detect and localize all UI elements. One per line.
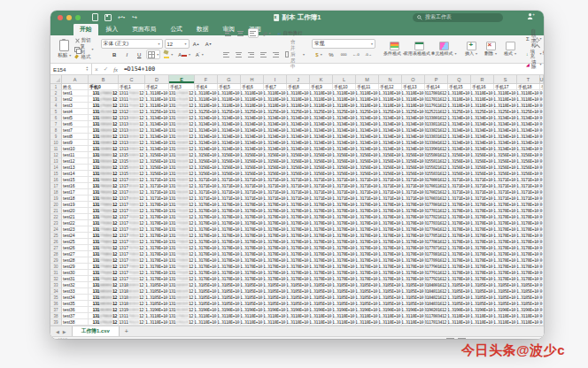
- cell[interactable]: 1.3178E+10: [540, 214, 544, 220]
- cell[interactable]: 1.3171E+10: [218, 189, 241, 196]
- cell[interactable]: 1.3171E+10: [379, 196, 402, 202]
- cell[interactable]: 13177821612: [425, 214, 448, 220]
- cell[interactable]: 1.3118E+10: [356, 90, 379, 96]
- column-header-J[interactable]: J: [287, 75, 310, 83]
- cell[interactable]: 1.3178E+10: [471, 226, 494, 233]
- cell[interactable]: 1.3134E+10: [241, 134, 264, 140]
- cell[interactable]: 1.3156E+10: [356, 171, 379, 177]
- cell[interactable]: 1.3171E+10: [540, 189, 544, 196]
- cell[interactable]: test28: [62, 257, 89, 264]
- cell[interactable]: test17: [62, 189, 89, 196]
- cell[interactable]: 13155830312: [119, 171, 145, 177]
- cell[interactable]: 13155800312: [119, 152, 145, 158]
- cell[interactable]: 13177920512: [169, 276, 195, 282]
- cell[interactable]: 13117801612: [425, 90, 448, 96]
- cell[interactable]: 1.3178E+10: [402, 202, 425, 208]
- cell[interactable]: 手机10: [333, 84, 356, 90]
- cell[interactable]: 1.3178E+10: [402, 214, 425, 220]
- cell[interactable]: 13177850512: [169, 233, 195, 239]
- cell[interactable]: 1.3134E+10: [448, 115, 471, 121]
- cell[interactable]: 13155810512: [169, 158, 195, 165]
- cell[interactable]: 13184820212: [89, 295, 119, 301]
- cell[interactable]: 1.3156E+10: [471, 152, 494, 158]
- cell[interactable]: 13177860512: [169, 239, 195, 245]
- cell[interactable]: 1.3190E+10: [287, 307, 310, 313]
- cell[interactable]: 1.3178E+10: [448, 208, 471, 214]
- cell[interactable]: 1.3134E+10: [287, 121, 310, 127]
- cell[interactable]: test25: [62, 239, 89, 245]
- cell[interactable]: 13133800212: [89, 115, 119, 121]
- cell[interactable]: 13177850212: [89, 233, 119, 239]
- row-number[interactable]: 25: [50, 233, 62, 239]
- tab-2[interactable]: 页面布局: [126, 23, 162, 36]
- cell[interactable]: 1.3178E+10: [241, 220, 264, 226]
- cell[interactable]: 13177860212: [89, 239, 119, 245]
- row-number[interactable]: 9: [50, 134, 62, 140]
- cell[interactable]: 13117911612: [425, 103, 448, 109]
- cell[interactable]: 1.3125E+10: [379, 109, 402, 115]
- cell[interactable]: 13184811612: [425, 288, 448, 295]
- increase-font-button[interactable]: A▲: [191, 39, 202, 49]
- cell[interactable]: 13170801612: [425, 177, 448, 183]
- row-number[interactable]: 12: [50, 152, 62, 158]
- row-number[interactable]: 4: [50, 103, 62, 109]
- cell[interactable]: 1.3134E+10: [264, 115, 287, 121]
- cell[interactable]: 1.3185E+10: [310, 295, 333, 301]
- cell[interactable]: 1.3178E+10: [517, 251, 540, 257]
- cell[interactable]: 1.3156E+10: [333, 171, 356, 177]
- cell[interactable]: 13177881612: [425, 251, 448, 257]
- cell[interactable]: 1.3118E+10: [494, 96, 517, 103]
- cell[interactable]: 13177880512: [169, 251, 195, 257]
- cell[interactable]: 13184810212: [89, 288, 119, 295]
- cell[interactable]: 1.3171E+10: [264, 183, 287, 189]
- cell[interactable]: 1.3171E+10: [333, 196, 356, 202]
- cell[interactable]: 1.3171E+10: [540, 196, 544, 202]
- cell[interactable]: 1.3134E+10: [494, 146, 517, 152]
- cell[interactable]: 1.3178E+10: [540, 202, 544, 208]
- cell[interactable]: 13177801612: [425, 202, 448, 208]
- cell[interactable]: 1.3178E+10: [264, 220, 287, 226]
- cell[interactable]: 1.3178E+10: [356, 202, 379, 208]
- cell[interactable]: 1.3118E+10: [448, 96, 471, 103]
- cell[interactable]: 1.3156E+10: [540, 158, 544, 165]
- cell[interactable]: 1.3178E+10: [264, 276, 287, 282]
- cell[interactable]: 1.3185E+10: [145, 282, 169, 288]
- cell[interactable]: 1.3185E+10: [195, 301, 218, 307]
- cell[interactable]: 1.3118E+10: [402, 319, 425, 326]
- cell[interactable]: 1.3171E+10: [402, 196, 425, 202]
- cell[interactable]: test5: [62, 115, 89, 121]
- cell[interactable]: 1.3171E+10: [379, 183, 402, 189]
- cell[interactable]: 1.3185E+10: [379, 288, 402, 295]
- cell[interactable]: test11: [62, 152, 89, 158]
- cell[interactable]: 1.3185E+10: [402, 282, 425, 288]
- cell[interactable]: 1.3185E+10: [494, 282, 517, 288]
- cell[interactable]: 1.3185E+10: [241, 301, 264, 307]
- cell[interactable]: 13133810512: [169, 121, 195, 127]
- cell[interactable]: 1.3134E+10: [310, 134, 333, 140]
- cell[interactable]: 1.3171E+10: [517, 196, 540, 202]
- cell[interactable]: 1.3118E+10: [195, 103, 218, 109]
- cell[interactable]: 1.3134E+10: [540, 127, 544, 134]
- cell[interactable]: 1.3178E+10: [310, 257, 333, 264]
- cell[interactable]: 1.3171E+10: [448, 189, 471, 196]
- cell[interactable]: 1.3134E+10: [448, 134, 471, 140]
- cell[interactable]: 1.3190E+10: [402, 307, 425, 313]
- cell[interactable]: 手机6: [241, 84, 264, 90]
- cell[interactable]: 1.3156E+10: [494, 171, 517, 177]
- cell[interactable]: 1.3185E+10: [241, 288, 264, 295]
- cell[interactable]: 1.3156E+10: [494, 165, 517, 171]
- normal-view-button[interactable]: [446, 338, 454, 340]
- cell[interactable]: 1.3185E+10: [333, 295, 356, 301]
- cell[interactable]: 1.3178E+10: [195, 202, 218, 208]
- cell[interactable]: 1.3156E+10: [402, 158, 425, 165]
- row-number[interactable]: 10: [50, 140, 62, 146]
- increase-decimal-button[interactable]: ←.0: [351, 50, 361, 59]
- cell[interactable]: 1.3178E+10: [379, 257, 402, 264]
- cell[interactable]: 1.3178E+10: [218, 214, 241, 220]
- cell[interactable]: 1.3178E+10: [333, 226, 356, 233]
- cell[interactable]: 1.3178E+10: [145, 239, 169, 245]
- cell[interactable]: 1.3178E+10: [287, 220, 310, 226]
- cell[interactable]: 1.3118E+10: [402, 313, 425, 319]
- cell[interactable]: 1.3178E+10: [287, 202, 310, 208]
- cell[interactable]: 1.3134E+10: [241, 146, 264, 152]
